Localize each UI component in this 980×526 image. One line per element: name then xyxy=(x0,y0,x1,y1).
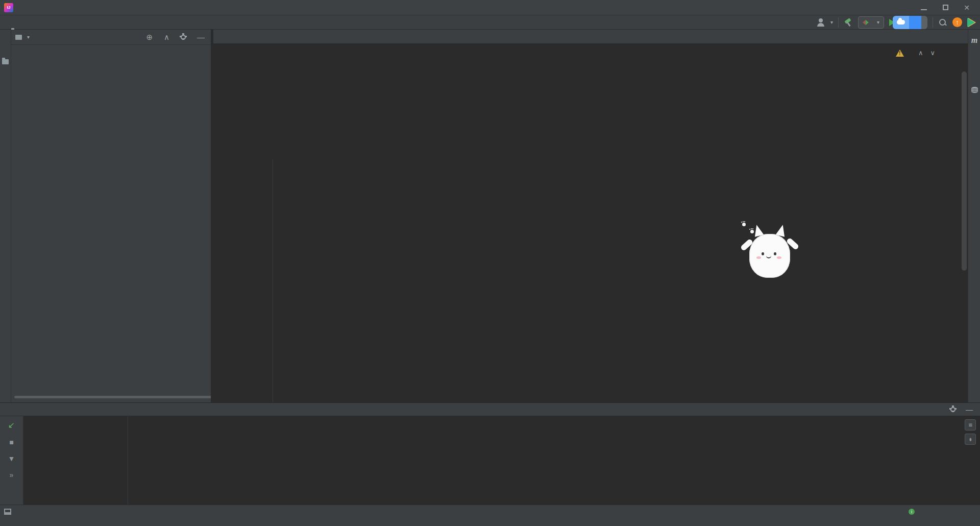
paw-icon xyxy=(742,223,746,226)
editor-area: ∧ ∨ xyxy=(213,30,968,402)
gear-icon[interactable] xyxy=(950,407,955,412)
run-configuration-select[interactable]: ▾ xyxy=(858,16,884,29)
folder-icon xyxy=(2,59,9,64)
stop-icon[interactable]: ■ xyxy=(9,438,13,446)
cloud-icon xyxy=(893,16,909,29)
mascot-sticker xyxy=(739,222,800,282)
tool-window-bar: i xyxy=(0,505,980,518)
editor-tabs xyxy=(213,30,968,44)
tool-windows-icon[interactable] xyxy=(4,509,11,515)
divider xyxy=(838,17,839,28)
window-controls: ✕ xyxy=(920,4,980,12)
prev-warning-icon[interactable]: ∧ xyxy=(918,49,923,57)
project-panel-header: ▾ ⊕ ∧ — xyxy=(11,30,211,45)
test-config-icon xyxy=(863,20,869,25)
maximize-button[interactable] xyxy=(941,4,949,12)
tool-button-database[interactable] xyxy=(968,87,980,95)
ide-window: IJ ✕ ▾ ▾ xyxy=(0,0,980,526)
event-log-icon: i xyxy=(909,509,915,515)
drag-upload-label xyxy=(909,16,921,29)
chevron-down-icon[interactable]: ▾ xyxy=(830,19,833,25)
idea-logo-icon: IJ xyxy=(4,3,13,12)
build-panel-header: — xyxy=(0,403,980,416)
mascot-body xyxy=(749,234,790,278)
user-icon[interactable] xyxy=(816,18,825,27)
project-tree xyxy=(11,45,211,402)
expand-icon[interactable]: » xyxy=(10,471,14,479)
database-icon xyxy=(971,87,978,93)
vertical-scrollbar[interactable] xyxy=(962,71,967,271)
left-tool-stripe xyxy=(0,30,11,402)
build-console[interactable]: ≡ ⇟ xyxy=(128,416,980,505)
tool-button-maven[interactable]: m xyxy=(968,36,980,47)
hide-panel-icon[interactable]: — xyxy=(197,33,205,41)
upload-arrow-icon[interactable]: ↑ xyxy=(952,17,962,27)
navigation-bar: ▾ ▾ ↑ xyxy=(0,15,980,30)
divider xyxy=(933,17,933,28)
collapse-all-icon[interactable]: ∧ xyxy=(164,33,169,42)
chevron-down-icon: ▾ xyxy=(877,19,879,25)
status-bar xyxy=(0,518,980,526)
horizontal-scrollbar[interactable] xyxy=(14,396,211,398)
scroll-to-end-icon[interactable]: ⇟ xyxy=(965,434,976,445)
locate-file-icon[interactable]: ⊕ xyxy=(146,33,153,42)
code-lines xyxy=(213,44,960,402)
build-panel: — ↙ ■ ▼ » ≡ ⇟ xyxy=(0,402,980,505)
next-warning-icon[interactable]: ∨ xyxy=(930,49,935,57)
indent-guide xyxy=(273,159,273,402)
soft-wrap-icon[interactable]: ≡ xyxy=(965,419,976,431)
filter-icon[interactable]: ▼ xyxy=(8,455,15,463)
chevron-down-icon[interactable]: ▾ xyxy=(27,34,30,40)
hide-panel-icon[interactable]: — xyxy=(966,405,973,414)
build-hammer-icon[interactable] xyxy=(844,18,853,27)
title-bar: IJ ✕ xyxy=(0,0,980,15)
maven-icon: m xyxy=(971,36,977,45)
right-tool-stripe: m xyxy=(968,30,980,402)
drag-upload-overlay[interactable] xyxy=(893,16,927,29)
hidden-button-stub xyxy=(921,16,927,29)
toolbar-right: ▾ ▾ ↑ xyxy=(816,16,980,29)
project-view-icon xyxy=(15,35,22,40)
rerun-icon[interactable]: ↙ xyxy=(8,420,15,430)
warning-icon xyxy=(896,50,904,57)
csdn-logo-icon[interactable] xyxy=(967,18,975,27)
gear-icon[interactable] xyxy=(181,35,186,40)
inspection-widget: ∧ ∨ xyxy=(896,49,935,57)
close-button[interactable]: ✕ xyxy=(963,4,971,12)
code-editor[interactable]: ∧ ∨ xyxy=(213,44,968,402)
build-output-tree xyxy=(23,416,128,505)
build-toolbar: ↙ ■ ▼ » xyxy=(0,416,23,505)
search-icon[interactable] xyxy=(938,18,947,27)
minimize-button[interactable] xyxy=(920,4,928,12)
project-panel: ▾ ⊕ ∧ — xyxy=(11,30,211,402)
